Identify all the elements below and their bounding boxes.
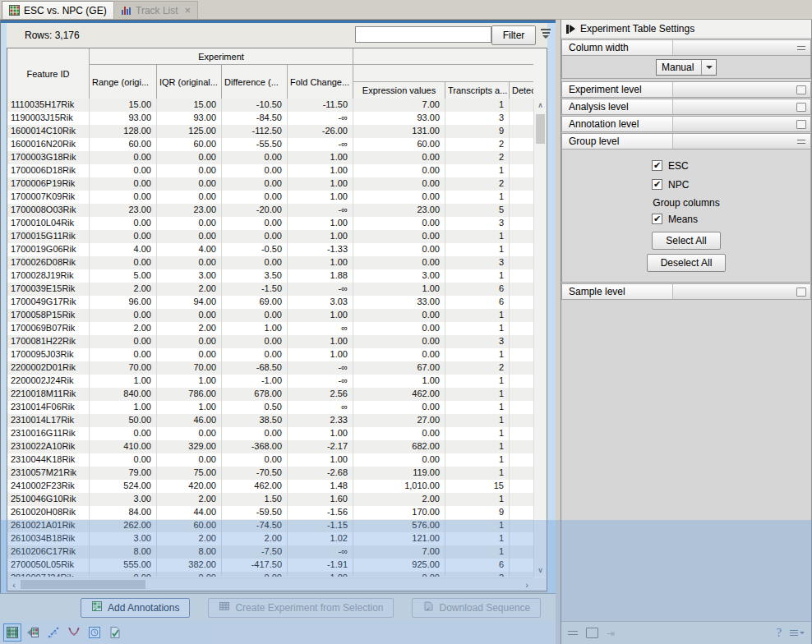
- scroll-right-icon[interactable]: ›: [520, 578, 533, 591]
- tab-track-list[interactable]: Track List ×: [113, 1, 198, 19]
- table-row[interactable]: 2610021A01Rik262.0060.00-74.50-1.15576.0…: [7, 519, 533, 532]
- checkbox-checked-icon[interactable]: ✔: [652, 160, 662, 171]
- table-view-icon[interactable]: [3, 623, 21, 642]
- value-cell: 119.00: [353, 467, 445, 480]
- section-column-width[interactable]: Column width: [561, 39, 811, 56]
- horizontal-scrollbar[interactable]: ‹ ›: [7, 577, 533, 591]
- close-icon[interactable]: ×: [185, 7, 191, 15]
- expand-icon[interactable]: [792, 99, 810, 114]
- table-row[interactable]: 2200002J24Rik1.001.00-1.00-∞1.001: [7, 375, 533, 388]
- column-group-experiment[interactable]: Experiment: [90, 48, 353, 65]
- table-row[interactable]: 1110035H17Rik15.0015.00-10.50-11.507.001: [7, 99, 533, 112]
- checkbox-checked-icon[interactable]: ✔: [652, 179, 662, 190]
- table-row[interactable]: 2200002D01Rik70.0070.00-68.50-∞67.002: [7, 361, 533, 375]
- expand-icon[interactable]: [792, 284, 810, 299]
- scroll-left-icon[interactable]: ‹: [7, 578, 21, 591]
- scroll-up-icon[interactable]: ∧: [534, 99, 547, 112]
- table-row[interactable]: 1700008O03Rik23.0023.00-20.00-∞23.005: [7, 204, 533, 217]
- collapse-icon[interactable]: [792, 40, 810, 55]
- collapse-icon[interactable]: [792, 134, 810, 149]
- save-settings-icon[interactable]: [586, 628, 598, 638]
- table-row[interactable]: 1700015G11Rik0.000.000.001.000.001: [7, 230, 533, 243]
- value-cell: 555.00: [90, 559, 157, 572]
- expand-icon[interactable]: [792, 117, 810, 131]
- table-row[interactable]: 1700095J03Rik0.000.000.001.000.001: [7, 348, 533, 361]
- table-row[interactable]: 2610020H08Rik84.0044.00-59.50-1.56170.00…: [7, 506, 533, 519]
- section-group-level[interactable]: Group level: [561, 133, 811, 150]
- column-header-transcripts[interactable]: Transcripts a...: [445, 82, 510, 99]
- table-row[interactable]: 1700069B07Rik2.002.001.00∞0.001: [7, 322, 533, 335]
- table-row[interactable]: 1600016N20Rik60.0060.00-55.50-∞60.002: [7, 138, 533, 151]
- section-analysis-level[interactable]: Analysis level: [561, 99, 811, 115]
- settings-menu-icon[interactable]: [790, 628, 805, 637]
- filter-input[interactable]: [355, 26, 491, 43]
- table-row[interactable]: 1700028J19Rik5.003.003.501.883.001: [7, 269, 533, 283]
- npc-checkbox-row[interactable]: ✔ NPC: [652, 175, 721, 194]
- table-row[interactable]: 2310014F06Rik1.001.000.50∞0.001: [7, 401, 533, 414]
- value-cell: 0.00: [90, 177, 157, 191]
- table-row[interactable]: 2410002F23Rik524.00420.00462.001.481,010…: [7, 480, 533, 493]
- experiment-view-icon[interactable]: [24, 623, 42, 642]
- table-row[interactable]: 1700081H22Rik0.000.000.001.000.003: [7, 335, 533, 348]
- column-header-iqr[interactable]: IQR (original...: [157, 65, 222, 99]
- table-row[interactable]: 2610206C17Rik8.008.00-7.50-∞7.001: [7, 545, 533, 559]
- table-row[interactable]: 2310044K18Rik0.000.000.001.000.001: [7, 453, 533, 467]
- collapse-panel-icon[interactable]: [566, 25, 575, 34]
- table-row[interactable]: 1190003J15Rik93.0093.00-84.50-∞93.003: [7, 112, 533, 125]
- column-group-blank: [353, 48, 533, 65]
- column-header-detect[interactable]: Detect: [510, 82, 533, 99]
- apply-settings-icon[interactable]: ⇥: [607, 628, 615, 639]
- history-icon[interactable]: [85, 623, 104, 642]
- means-checkbox-row[interactable]: ✔ Means: [652, 210, 721, 228]
- esc-checkbox-row[interactable]: ✔ ESC: [652, 156, 721, 175]
- element-info-icon[interactable]: [106, 623, 124, 642]
- table-row[interactable]: 2310057M21Rik79.0075.00-70.50-2.68119.00…: [7, 467, 533, 480]
- table-row[interactable]: 1700006D18Rik0.000.000.001.000.001: [7, 164, 533, 177]
- section-experiment-level[interactable]: Experiment level: [561, 81, 811, 98]
- value-cell: 0.00: [222, 427, 288, 440]
- scroll-down-icon[interactable]: ∨: [534, 564, 547, 577]
- table-row[interactable]: 1700058P15Rik0.000.000.001.000.001: [7, 309, 533, 322]
- table-row[interactable]: 2610034B18Rik3.002.002.001.02121.001: [7, 532, 533, 545]
- table-row[interactable]: 1600014C10Rik128.00125.00-112.50-26.0013…: [7, 125, 533, 138]
- column-header-range[interactable]: Range (origi...: [90, 65, 157, 99]
- section-annotation-level[interactable]: Annotation level: [561, 116, 811, 132]
- vertical-scrollbar[interactable]: ∧ ∨: [533, 99, 547, 577]
- table-row[interactable]: 1700006P19Rik0.000.000.001.000.002: [7, 177, 533, 191]
- table-row[interactable]: 1700019G06Rik4.004.00-0.50-1.330.001: [7, 243, 533, 256]
- minimize-panel-icon[interactable]: [568, 631, 578, 635]
- table-row[interactable]: 2310016G11Rik0.000.000.001.000.001: [7, 427, 533, 440]
- column-header-feature-id[interactable]: Feature ID: [7, 48, 90, 99]
- expand-icon[interactable]: [792, 82, 810, 97]
- column-header-difference[interactable]: Difference (...: [222, 65, 288, 99]
- table-row[interactable]: 2310022A10Rik410.00329.00-368.00-2.17682…: [7, 440, 533, 453]
- checkbox-checked-icon[interactable]: ✔: [652, 214, 662, 224]
- filter-menu-icon[interactable]: [539, 29, 552, 42]
- filter-button[interactable]: Filter: [491, 25, 536, 45]
- table-row[interactable]: 2310014L17Rik50.0046.0038.502.3327.001: [7, 414, 533, 427]
- help-icon[interactable]: ?: [777, 627, 782, 640]
- volcano-plot-icon[interactable]: [65, 623, 83, 642]
- table-row[interactable]: 2810007J24Rik0.000.000.001.000.002: [7, 572, 533, 577]
- section-sample-level[interactable]: Sample level: [561, 283, 811, 300]
- column-header-expression-values[interactable]: Expression values: [353, 82, 445, 99]
- table-row[interactable]: 1700039E15Rik2.002.00-1.50-∞1.006: [7, 283, 533, 296]
- table-row[interactable]: 1700026D08Rik0.000.000.001.000.003: [7, 256, 533, 269]
- table-row[interactable]: 1700003G18Rik0.000.000.001.000.002: [7, 151, 533, 164]
- table-row[interactable]: 1700010L04Rik0.000.000.001.000.003: [7, 217, 533, 230]
- scatter-plot-icon[interactable]: [44, 623, 62, 642]
- table-row[interactable]: 2210018M11Rik840.00786.00678.002.56462.0…: [7, 388, 533, 401]
- table-row[interactable]: 1700007K09Rik0.000.000.001.000.001: [7, 191, 533, 204]
- vertical-scrollbar-thumb[interactable]: [536, 114, 545, 144]
- value-cell: 93.00: [90, 112, 157, 125]
- add-annotations-button[interactable]: Add Annotations: [81, 598, 190, 618]
- column-width-dropdown[interactable]: Manual: [656, 59, 717, 76]
- table-row[interactable]: 1700049G17Rik96.0094.0069.003.0333.006: [7, 296, 533, 309]
- select-all-button[interactable]: Select All: [652, 232, 720, 250]
- table-row[interactable]: 2510046G10Rik3.002.001.501.602.001: [7, 493, 533, 506]
- deselect-all-button[interactable]: Deselect All: [647, 254, 727, 272]
- column-header-fold-change[interactable]: Fold Change...: [288, 65, 353, 99]
- tab-esc-vs-npc[interactable]: ESC vs. NPC (GE) ×: [2, 1, 127, 19]
- horizontal-scrollbar-thumb[interactable]: [21, 580, 145, 589]
- table-row[interactable]: 2700050L05Rik555.00382.00-417.50-1.91925…: [7, 559, 533, 572]
